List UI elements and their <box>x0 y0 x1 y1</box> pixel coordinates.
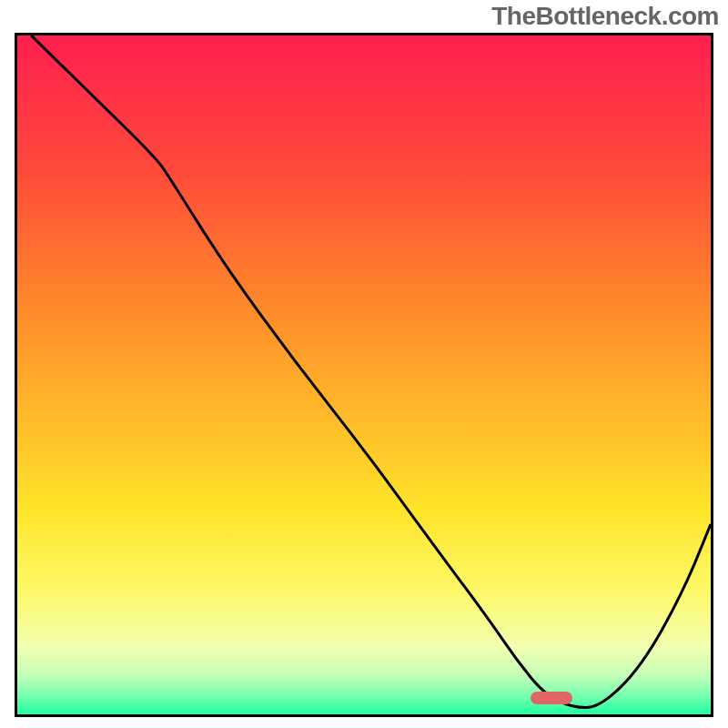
plot-area <box>15 33 713 717</box>
optimal-range-marker <box>531 692 572 704</box>
watermark-text: TheBottleneck.com <box>491 2 719 31</box>
chart-container: { "watermark": "TheBottleneck.com", "cha… <box>0 0 728 728</box>
bottleneck-curve <box>17 35 711 714</box>
